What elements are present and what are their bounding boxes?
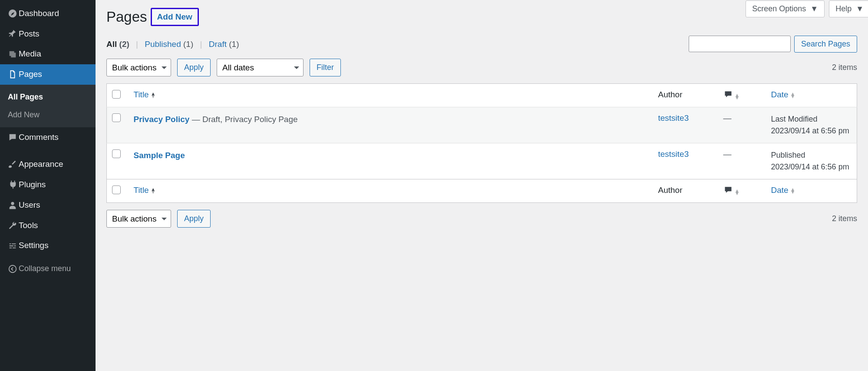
items-count: 2 items: [832, 214, 857, 223]
select-all-checkbox[interactable]: [112, 90, 121, 99]
filter-published[interactable]: Published: [145, 40, 181, 49]
sidebar-item-appearance[interactable]: Appearance: [0, 154, 96, 175]
media-icon: [7, 50, 19, 59]
bottom-row: Bulk actions Apply 2 items: [106, 210, 857, 228]
page-title: Pages: [106, 9, 147, 25]
sidebar-label: Media: [19, 49, 41, 60]
select-all-checkbox[interactable]: [112, 186, 121, 194]
column-title[interactable]: Title: [134, 186, 149, 195]
table-row: Privacy Policy — Draft, Privacy Policy P…: [107, 107, 857, 143]
add-new-button[interactable]: Add New: [151, 8, 199, 26]
submenu-add-new[interactable]: Add New: [0, 106, 96, 124]
sort-icon: ▲▼: [151, 93, 156, 98]
sort-icon: ▲▼: [735, 189, 740, 195]
sidebar-label: Users: [19, 200, 40, 211]
row-checkbox[interactable]: [112, 113, 121, 122]
collapse-icon: [7, 264, 19, 274]
bulk-actions-select[interactable]: Bulk actions: [106, 210, 171, 228]
pages-icon: [7, 70, 19, 79]
comment-icon: [7, 132, 19, 142]
sidebar-label: Dashboard: [19, 8, 59, 19]
column-title[interactable]: Title: [134, 90, 149, 99]
sidebar-item-settings[interactable]: Settings: [0, 235, 96, 256]
date-value: 2023/09/14 at 6:56 pm: [771, 161, 852, 173]
sort-icon: ▲▼: [790, 188, 795, 193]
sort-icon: ▲▼: [151, 188, 156, 193]
status-filters: All (2) | Published (1) | Draft (1): [106, 40, 239, 49]
svg-point-0: [9, 265, 17, 273]
filter-row: Bulk actions Apply All dates Filter 2 it…: [106, 59, 857, 76]
submenu-all-pages[interactable]: All Pages: [0, 88, 96, 106]
screen-options-label: Screen Options: [752, 4, 806, 13]
bulk-actions-select[interactable]: Bulk actions: [106, 59, 171, 76]
apply-button[interactable]: Apply: [177, 210, 211, 228]
sidebar-label: Tools: [19, 220, 38, 231]
sidebar-item-tools[interactable]: Tools: [0, 215, 96, 236]
sidebar-item-posts[interactable]: Posts: [0, 24, 96, 44]
row-checkbox[interactable]: [112, 149, 121, 158]
pages-table: Title▲▼ Author ▲▼ Date▲▼ Privacy Policy …: [106, 83, 857, 203]
sliders-icon: [7, 241, 19, 251]
column-date[interactable]: Date: [771, 186, 789, 195]
comments-count: —: [718, 143, 766, 179]
user-icon: [7, 200, 19, 210]
date-filter-select[interactable]: All dates: [217, 59, 304, 76]
sidebar-label: Pages: [19, 69, 42, 80]
sidebar-label: Comments: [19, 132, 59, 143]
admin-sidebar: Dashboard Posts Media Pages All Pages Ad…: [0, 0, 96, 371]
sidebar-item-comments[interactable]: Comments: [0, 127, 96, 148]
chevron-down-icon: ▼: [810, 4, 818, 13]
screen-options-button[interactable]: Screen Options▼: [746, 0, 825, 17]
comment-icon: [723, 90, 733, 99]
sort-icon: ▲▼: [735, 94, 740, 99]
sidebar-item-pages[interactable]: Pages: [0, 64, 96, 85]
dashboard-icon: [7, 9, 19, 18]
top-bar: Screen Options▼ Help▼: [746, 0, 868, 17]
sidebar-item-users[interactable]: Users: [0, 195, 96, 215]
pages-submenu: All Pages Add New: [0, 85, 96, 127]
status-row: All (2) | Published (1) | Draft (1) Sear…: [106, 36, 857, 53]
plug-icon: [7, 180, 19, 189]
column-author: Author: [653, 84, 718, 107]
filter-button[interactable]: Filter: [310, 59, 341, 76]
column-date[interactable]: Date: [771, 90, 789, 99]
sidebar-label: Settings: [19, 240, 49, 251]
wrench-icon: [7, 221, 19, 230]
sidebar-item-plugins[interactable]: Plugins: [0, 175, 96, 195]
table-row: Sample Page testsite3 — Published2023/09…: [107, 143, 857, 179]
author-link[interactable]: testsite3: [658, 149, 689, 159]
date-value: 2023/09/14 at 6:56 pm: [771, 125, 852, 137]
collapse-menu[interactable]: Collapse menu: [0, 259, 96, 278]
column-author: Author: [653, 179, 718, 203]
search-box: Search Pages: [689, 36, 857, 53]
page-link[interactable]: Privacy Policy: [134, 115, 190, 124]
page-link[interactable]: Sample Page: [134, 151, 185, 160]
sidebar-item-media[interactable]: Media: [0, 44, 96, 64]
main-content: Screen Options▼ Help▼ Pages Add New All …: [96, 0, 868, 371]
sidebar-item-dashboard[interactable]: Dashboard: [0, 3, 96, 24]
date-state: Last Modified: [771, 113, 852, 125]
comments-count: —: [718, 107, 766, 143]
author-link[interactable]: testsite3: [658, 113, 689, 123]
help-label: Help: [835, 4, 851, 13]
search-button[interactable]: Search Pages: [794, 36, 857, 53]
sidebar-label: Appearance: [19, 159, 63, 170]
collapse-label: Collapse menu: [19, 264, 71, 273]
sidebar-label: Plugins: [19, 179, 46, 190]
brush-icon: [7, 160, 19, 169]
filter-all[interactable]: All (2): [106, 40, 129, 49]
items-count: 2 items: [832, 63, 857, 72]
sort-icon: ▲▼: [790, 93, 795, 98]
page-header: Pages Add New: [106, 0, 857, 26]
row-status: — Draft, Privacy Policy Page: [189, 115, 297, 124]
comment-icon: [723, 186, 733, 194]
apply-button[interactable]: Apply: [177, 59, 211, 76]
date-state: Published: [771, 149, 852, 161]
pin-icon: [7, 29, 19, 39]
sidebar-label: Posts: [19, 29, 40, 40]
search-input[interactable]: [689, 36, 791, 52]
filter-draft[interactable]: Draft: [209, 40, 227, 49]
help-button[interactable]: Help▼: [829, 0, 868, 17]
chevron-down-icon: ▼: [856, 4, 864, 13]
